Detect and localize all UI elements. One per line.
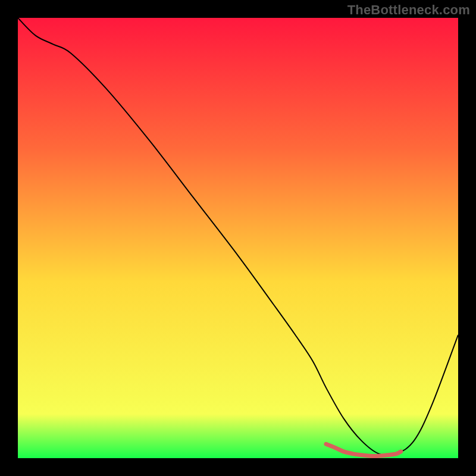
chart-frame: TheBottleneck.com [0,0,476,476]
watermark-text: TheBottleneck.com [347,2,470,18]
chart-plot [18,18,458,458]
chart-background [18,18,458,458]
chart-svg [18,18,458,458]
